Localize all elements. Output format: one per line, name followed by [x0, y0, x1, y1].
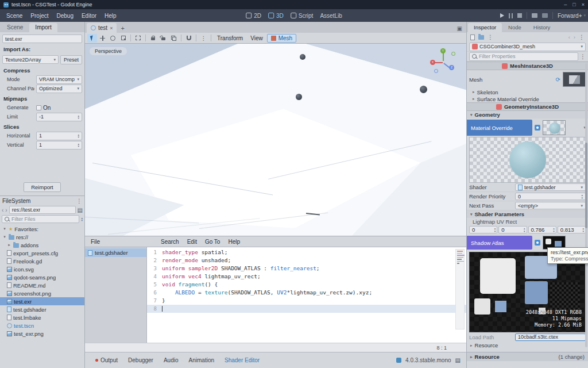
- resource-bottom-row[interactable]: ▸ Resource (1 change): [467, 352, 588, 361]
- limit-spinner[interactable]: -1▴▾: [36, 113, 82, 121]
- shader-file-item[interactable]: test.gdshader: [85, 248, 146, 257]
- axis-x-ball[interactable]: X: [430, 60, 435, 65]
- mesh-thumbnail[interactable]: [563, 72, 586, 87]
- inspector-more-icon[interactable]: ⋮: [579, 34, 585, 40]
- horizontal-spinner[interactable]: 1▴▾: [36, 132, 82, 140]
- workspace-script[interactable]: Script: [291, 13, 314, 19]
- code-line[interactable]: 7}: [147, 297, 466, 305]
- play-scene-button[interactable]: [532, 13, 537, 18]
- import-type-select[interactable]: Texture2DArray▾: [2, 55, 59, 64]
- close-button[interactable]: ×: [582, 2, 585, 7]
- history-back-icon[interactable]: ‹: [568, 34, 570, 40]
- axis-y-ball[interactable]: Y: [440, 48, 446, 53]
- workspace-3d[interactable]: 3D: [268, 13, 284, 19]
- menu-editor[interactable]: Editor: [78, 12, 100, 20]
- bottom-tab-debugger[interactable]: Debugger: [123, 356, 158, 365]
- workspace-assetlib[interactable]: AssetLib: [320, 13, 342, 19]
- tree-item-root[interactable]: ▾res://: [0, 233, 84, 241]
- tree-item-test-gdshader[interactable]: test.gdshader: [0, 305, 84, 313]
- code-line[interactable]: 2render_mode unshaded;: [147, 256, 466, 264]
- code-line[interactable]: 4uniform vec4 lightmap_uv_rect;: [147, 273, 466, 281]
- tree-item-favorites[interactable]: ▾★Favorites:: [0, 225, 84, 233]
- resource-group[interactable]: ▸Resource: [467, 342, 588, 349]
- surface-material-group[interactable]: ▸Surface Material Override: [467, 95, 588, 102]
- tree-item-freelook[interactable]: Freelook.gd: [0, 257, 84, 265]
- sphere-object[interactable]: [296, 94, 302, 100]
- code-line[interactable]: 3uniform sampler2D SHADOW_ATLAS : filter…: [147, 264, 466, 273]
- tab-scene[interactable]: Scene: [1, 23, 29, 32]
- workspace-2d[interactable]: 2D: [246, 13, 261, 19]
- toolbar-more-button[interactable]: ⋮: [199, 34, 208, 43]
- code-line-current[interactable]: 8: [147, 305, 466, 313]
- filesystem-menu-icon[interactable]: ⋮: [76, 198, 82, 204]
- play-button[interactable]: [500, 13, 504, 18]
- tree-item-test-lmbake[interactable]: test.lmbake: [0, 313, 84, 321]
- filter-files-field[interactable]: [2, 215, 79, 223]
- select-box-tool[interactable]: [133, 34, 143, 43]
- texture-edit-icon[interactable]: [535, 240, 540, 246]
- new-scene-tab-button[interactable]: +: [118, 25, 127, 33]
- minimize-button[interactable]: –: [564, 2, 567, 7]
- geometry-group[interactable]: ▾Geometry: [467, 111, 588, 118]
- tree-item-test-tscn[interactable]: test.tscn: [0, 321, 84, 329]
- preset-button[interactable]: Preset: [60, 55, 82, 64]
- bottom-tab-shader-editor[interactable]: Shader Editor: [220, 356, 264, 365]
- bottom-tab-animation[interactable]: Animation: [184, 356, 219, 365]
- transform-menu[interactable]: Transform: [214, 35, 246, 41]
- tab-history[interactable]: History: [528, 23, 556, 32]
- maximize-button[interactable]: □: [572, 2, 575, 7]
- select-tool[interactable]: [87, 34, 97, 43]
- node-selector[interactable]: CSGCombiner3D_mesh ▾: [469, 43, 586, 51]
- close-tab-icon[interactable]: ×: [110, 25, 113, 31]
- scene-tab-test[interactable]: test ×: [87, 23, 117, 33]
- filter-options-icon[interactable]: ⋮: [580, 53, 586, 60]
- code-minimap[interactable]: [455, 249, 465, 329]
- goto-menu[interactable]: Go To: [202, 239, 224, 245]
- tree-item-test-exr[interactable]: test.exr: [0, 297, 84, 305]
- tab-inspector[interactable]: Inspector: [468, 23, 502, 32]
- menu-debug[interactable]: Debug: [52, 12, 77, 20]
- material-thumbnail[interactable]: [543, 120, 566, 135]
- material-edit-icon[interactable]: [535, 125, 540, 131]
- spinner-arrows[interactable]: ▴▾: [582, 227, 584, 232]
- filter-files-input[interactable]: [11, 216, 76, 222]
- tree-item-export-presets[interactable]: export_presets.cfg: [0, 249, 84, 257]
- scale-tool[interactable]: [118, 34, 128, 43]
- uv-rect-x[interactable]: 0▴▾: [469, 226, 497, 233]
- tree-item-icon-svg[interactable]: icon.svg: [0, 265, 84, 273]
- code-line[interactable]: 6 ALBEDO = texture(SHADOW_ATLAS, UV2*lig…: [147, 289, 466, 297]
- tree-item-readme[interactable]: README.md: [0, 281, 84, 289]
- code-line[interactable]: 1shader_type spatial;: [147, 248, 466, 256]
- menu-scene[interactable]: Scene: [2, 12, 26, 20]
- mode-select[interactable]: VRAM Uncomp▾: [36, 75, 82, 84]
- axis-neg-ball[interactable]: [434, 69, 438, 73]
- skeleton-group[interactable]: ▸Skeleton: [467, 89, 588, 95]
- inspector-scrollbar[interactable]: [585, 63, 587, 347]
- new-resource-icon[interactable]: [470, 34, 475, 40]
- vertical-spinner[interactable]: 1▴▾: [36, 141, 82, 150]
- code-editor[interactable]: 1shader_type spatial; 2render_mode unsha…: [147, 247, 466, 343]
- edit-menu[interactable]: Edit: [184, 239, 200, 245]
- tree-item-qodot-seams[interactable]: qodot-seams.png: [0, 273, 84, 281]
- generate-checkbox[interactable]: [36, 105, 41, 110]
- menu-project[interactable]: Project: [26, 12, 52, 20]
- spinner-arrows[interactable]: ▴▾: [524, 227, 525, 232]
- history-forward-icon[interactable]: ›: [574, 34, 575, 40]
- mesh-property-row[interactable]: Mesh ⟳: [467, 70, 588, 89]
- file-menu[interactable]: File: [85, 239, 147, 245]
- unlock-node-button[interactable]: [158, 34, 168, 43]
- spinner-arrows[interactable]: ▴▾: [78, 114, 79, 120]
- tree-item-screenshot[interactable]: screenshot.png: [0, 289, 84, 297]
- uv-rect-z[interactable]: 0.786▴▾: [528, 226, 556, 233]
- spinner-arrows[interactable]: ▴▾: [581, 194, 583, 199]
- group-node-button[interactable]: [169, 34, 179, 43]
- material-override-row[interactable]: Material Override ▾: [467, 118, 588, 137]
- perspective-menu[interactable]: Perspective: [90, 47, 127, 55]
- 3d-viewport[interactable]: Perspective Y X Z: [85, 44, 466, 236]
- bottom-tab-audio[interactable]: Audio: [159, 356, 183, 365]
- filter-properties-field[interactable]: [469, 52, 578, 61]
- spinner-arrows[interactable]: ▴▾: [553, 227, 555, 232]
- next-pass-select[interactable]: <empty>▾: [515, 202, 586, 209]
- render-priority-spinner[interactable]: 0▴▾: [515, 193, 586, 200]
- tree-item-test-exr-png[interactable]: test_exr.png: [0, 329, 84, 338]
